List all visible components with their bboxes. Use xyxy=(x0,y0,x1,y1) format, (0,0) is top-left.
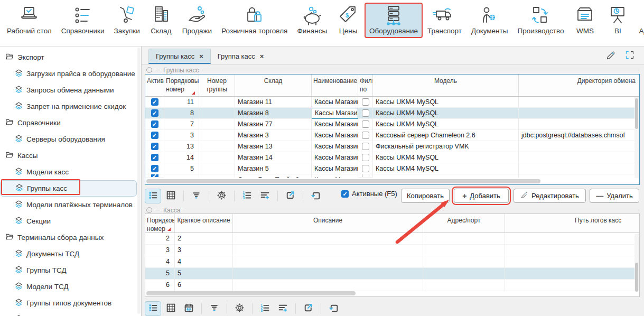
column-header[interactable]: Фильтр по кассе xyxy=(358,75,373,97)
model-cell[interactable]: Кассы UKM4 MySQL xyxy=(373,152,519,163)
column-header[interactable]: Описание xyxy=(233,214,423,233)
checkbox-cell[interactable]: ✓ xyxy=(145,174,164,178)
settings-button[interactable] xyxy=(231,301,248,316)
order-cell[interactable]: 4 xyxy=(145,256,175,268)
numbered-list-button[interactable]: 123 xyxy=(239,189,255,203)
description-cell[interactable] xyxy=(233,233,423,245)
checkbox-cell[interactable]: ✓ xyxy=(145,97,164,108)
sidebar-item-15[interactable]: Модели ТСД xyxy=(0,278,141,295)
module-production[interactable]: Производство xyxy=(512,3,568,38)
add-to-list-button[interactable] xyxy=(257,189,273,203)
module-desktop[interactable]: Рабочий стол xyxy=(2,3,57,38)
filter-checkbox[interactable] xyxy=(362,109,369,117)
sidebar-scrollbar[interactable] xyxy=(137,48,141,314)
open-external-button[interactable] xyxy=(282,189,298,203)
exchange-dir-cell[interactable] xyxy=(519,163,639,174)
warehouse-cell[interactable]: Магазин 14 xyxy=(235,152,312,163)
add-button[interactable]: +Добавить xyxy=(454,189,509,203)
name-cell[interactable]: Кассы Магазин 13 xyxy=(312,141,358,152)
log-path-cell[interactable] xyxy=(505,256,639,268)
filter-checkbox-cell[interactable] xyxy=(358,141,373,152)
expand-icon[interactable] xyxy=(625,50,636,63)
name-cell[interactable]: Кассы Ма xyxy=(312,174,358,178)
horizontal-scrollbar[interactable] xyxy=(146,291,633,295)
filter-checkbox[interactable] xyxy=(362,143,369,150)
short-desc-cell[interactable]: 6 xyxy=(175,280,233,291)
filter-checkbox[interactable] xyxy=(362,154,369,161)
sidebar-item-17[interactable]: Виды справочников ТСД xyxy=(0,311,141,316)
exchange-dir-cell[interactable] xyxy=(519,152,639,163)
address-cell[interactable] xyxy=(423,256,505,268)
sidebar-item-5[interactable]: Справочники xyxy=(0,115,141,131)
name-cell[interactable]: Кассы Магазин 8 xyxy=(312,108,358,119)
active-filter-checkbox[interactable]: ✓ xyxy=(341,190,349,198)
model-cell[interactable]: Фискальный регистратор VMK xyxy=(373,141,519,152)
vertical-scrollbar[interactable] xyxy=(634,97,639,178)
warehouse-cell[interactable]: Магазин 77 xyxy=(235,119,312,130)
filter-checkbox-cell[interactable] xyxy=(358,119,373,130)
order-cell[interactable]: 3 xyxy=(145,245,175,256)
name-cell[interactable]: Кассы Магазин 11 xyxy=(312,97,358,108)
group-number-cell[interactable] xyxy=(199,141,235,152)
filter-checkbox-cell[interactable] xyxy=(358,152,373,163)
group-number-cell[interactable] xyxy=(199,119,235,130)
name-cell[interactable]: Кассы Магазин 77 xyxy=(312,119,358,130)
module-purchases[interactable]: Закупки xyxy=(109,3,145,38)
address-cell[interactable] xyxy=(423,245,505,256)
horizontal-scrollbar[interactable] xyxy=(146,179,633,183)
active-checkbox[interactable]: ✓ xyxy=(151,120,158,128)
sidebar-item-10[interactable]: Модели платёжных терминалов xyxy=(0,197,141,213)
short-desc-cell[interactable]: 3 xyxy=(175,245,233,256)
module-wms[interactable]: WMS xyxy=(569,3,602,38)
sidebar-item-2[interactable]: Загрузки прайса в оборудование xyxy=(0,66,141,82)
filter-checkbox-cell[interactable] xyxy=(358,108,373,119)
list-view-button[interactable] xyxy=(145,189,161,203)
group-number-cell[interactable] xyxy=(199,130,235,141)
column-header[interactable]: Адрес/порт xyxy=(423,214,505,233)
order-cell[interactable]: 2 xyxy=(145,233,175,245)
filter-checkbox[interactable] xyxy=(362,174,369,178)
column-header[interactable]: Краткое описание xyxy=(175,214,233,233)
module-warehouse[interactable]: Склад xyxy=(145,3,178,38)
module-prices[interactable]: $Цены xyxy=(332,3,365,38)
column-header[interactable]: Порядковый номер xyxy=(145,214,175,233)
description-cell[interactable] xyxy=(233,256,423,268)
filter-button[interactable] xyxy=(206,301,222,316)
active-filter[interactable]: ✓ Активные (F5) xyxy=(341,190,397,198)
model-cell[interactable]: Кассы UKM4 MySQL xyxy=(373,119,519,130)
short-desc-cell[interactable]: 2 xyxy=(175,233,233,245)
column-header[interactable]: Склад xyxy=(235,75,312,97)
column-header[interactable]: Порядковый номер xyxy=(164,75,199,97)
column-header[interactable]: Модель xyxy=(373,75,519,97)
numbered-list-button[interactable]: 123 xyxy=(257,301,273,316)
column-header[interactable]: Директория обмена xyxy=(519,75,639,97)
log-path-cell[interactable] xyxy=(505,268,639,280)
pencil-icon[interactable] xyxy=(605,50,616,63)
settings-button[interactable] xyxy=(213,189,230,203)
order-cell[interactable]: 5 xyxy=(164,163,199,174)
order-cell[interactable]: 3 xyxy=(164,130,199,141)
order-cell[interactable]: 7 xyxy=(164,119,199,130)
checkbox-cell[interactable]: ✓ xyxy=(145,130,164,141)
sidebar-item-14[interactable]: Группы ТСД xyxy=(0,262,141,278)
column-header[interactable]: Активность xyxy=(145,75,164,97)
log-path-cell[interactable] xyxy=(505,233,639,245)
filter-checkbox-cell[interactable] xyxy=(358,130,373,141)
active-checkbox[interactable]: ✓ xyxy=(151,154,158,161)
order-cell[interactable]: 11 xyxy=(164,97,199,108)
exchange-dir-cell[interactable] xyxy=(519,119,639,130)
exchange-dir-cell[interactable] xyxy=(519,97,639,108)
filter-checkbox-cell[interactable] xyxy=(358,174,373,178)
name-cell[interactable]: Кассы Магазин 5 xyxy=(312,163,358,174)
tab-1[interactable]: Группы касс× xyxy=(148,49,211,64)
sidebar-item-4[interactable]: Запрет на применение скидок xyxy=(0,98,141,115)
module-equipment[interactable]: Оборудование xyxy=(365,3,423,38)
sidebar-item-12[interactable]: Терминалы сбора данных xyxy=(0,229,141,246)
grid-view-button[interactable] xyxy=(163,301,179,316)
order-cell[interactable]: 14 xyxy=(164,152,199,163)
warehouse-cell[interactable]: Магазин 5 xyxy=(235,163,312,174)
sidebar-item-7[interactable]: Кассы xyxy=(0,147,141,164)
description-cell[interactable] xyxy=(233,280,423,291)
close-icon[interactable]: × xyxy=(199,52,203,60)
warehouse-cell[interactable]: Санкт-Балт-Трейд 3 xyxy=(235,174,312,178)
